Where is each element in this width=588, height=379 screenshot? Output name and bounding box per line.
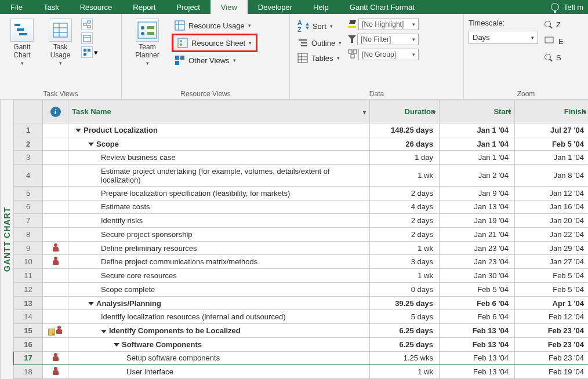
tab-file[interactable]: File [0, 0, 33, 14]
finish-cell[interactable]: Feb 23 '04 [515, 324, 589, 338]
table-row[interactable]: 13Analysis/Planning39.25 daysFeb 6 '04Ap… [14, 296, 589, 310]
start-cell[interactable]: Jan 1 '04 [440, 151, 515, 165]
filter-select[interactable]: [No Filter]▾ [357, 34, 419, 45]
duration-cell[interactable]: 39.25 days [370, 296, 440, 310]
row-number[interactable]: 5 [14, 186, 43, 200]
tab-report[interactable]: Report [122, 0, 166, 14]
tab-developer[interactable]: Developer [248, 0, 303, 14]
finish-cell[interactable]: Feb 19 '04 [515, 365, 589, 379]
duration-cell[interactable]: 1 wk [370, 365, 440, 379]
tab-task[interactable]: Task [33, 0, 70, 14]
network-diagram-button[interactable] [81, 19, 93, 30]
duration-cell[interactable]: 26 days [370, 137, 440, 151]
row-number[interactable]: 18 [14, 365, 43, 379]
chevron-down-icon[interactable]: ▾ [508, 108, 511, 115]
duration-cell[interactable]: 5 days [370, 310, 440, 324]
chevron-down-icon[interactable]: ▾ [363, 108, 366, 115]
table-row[interactable]: 8Secure project sponsorship2 daysJan 21 … [14, 228, 589, 242]
chevron-down-icon[interactable]: ▾ [583, 108, 586, 115]
finish-cell[interactable]: Jan 20 '04 [515, 214, 589, 228]
row-number[interactable]: 14 [14, 310, 43, 324]
duration-cell[interactable]: 1 wk [370, 269, 440, 283]
task-name-cell[interactable]: Software Components [68, 337, 370, 351]
task-name-cell[interactable]: Setup software components [68, 351, 370, 365]
duration-cell[interactable]: 2 days [370, 228, 440, 242]
start-cell[interactable]: Feb 6 '04 [440, 296, 515, 310]
tab-resource[interactable]: Resource [70, 0, 123, 14]
tab-help[interactable]: Help [303, 0, 339, 14]
duration-cell[interactable]: 1.25 wks [370, 351, 440, 365]
task-name-cell[interactable]: Secure project sponsorship [68, 228, 370, 242]
row-number[interactable]: 10 [14, 255, 43, 269]
start-cell[interactable]: Jan 1 '04 [440, 123, 515, 137]
start-cell[interactable]: Feb 13 '04 [440, 324, 515, 338]
finish-cell[interactable]: Feb 23 '04 [515, 351, 589, 365]
finish-cell[interactable]: Feb 23 '04 [515, 337, 589, 351]
row-number[interactable]: 6 [14, 200, 43, 214]
table-row[interactable]: 7Identify risks2 daysJan 19 '04Jan 20 '0… [14, 214, 589, 228]
row-number[interactable]: 3 [14, 151, 43, 165]
row-number[interactable]: 2 [14, 137, 43, 151]
start-cell[interactable]: Jan 9 '04 [440, 186, 515, 200]
task-name-cell[interactable]: Prepare localization specification (feas… [68, 186, 370, 200]
start-cell[interactable]: Jan 30 '04 [440, 269, 515, 283]
start-cell[interactable]: Feb 5 '04 [440, 282, 515, 296]
tab-gantt-chart-format[interactable]: Gantt Chart Format [339, 0, 425, 14]
task-usage-button[interactable]: Task Usage ▾ [43, 17, 78, 89]
finish-cell[interactable]: Jan 8 '04 [515, 165, 589, 187]
duration-cell[interactable]: 3 days [370, 255, 440, 269]
finish-cell[interactable]: Feb 5 '04 [515, 282, 589, 296]
duration-cell[interactable]: 148.25 days [370, 123, 440, 137]
table-row[interactable]: 4Estimate project undertaking (for examp… [14, 165, 589, 187]
duration-cell[interactable]: 1 wk [370, 165, 440, 187]
table-row[interactable]: 18User interface1 wkFeb 13 '04Feb 19 '04 [14, 365, 589, 379]
chevron-down-icon[interactable]: ▾ [433, 108, 435, 115]
table-row[interactable]: 5Prepare localization specification (fea… [14, 186, 589, 200]
duration-header[interactable]: Duration▾ [370, 100, 440, 123]
start-cell[interactable]: Jan 1 '04 [440, 137, 515, 151]
collapse-icon[interactable] [101, 330, 107, 333]
gantt-chart-button[interactable]: Gantt Chart ▾ [5, 17, 39, 89]
start-cell[interactable]: Jan 19 '04 [440, 214, 515, 228]
row-number[interactable]: 17 [14, 351, 43, 365]
row-number[interactable]: 9 [14, 241, 43, 255]
other-views-button[interactable]: Other Views▾ [172, 53, 257, 67]
resource-usage-button[interactable]: Resource Usage▾ [172, 19, 257, 32]
row-number[interactable]: 7 [14, 214, 43, 228]
row-number[interactable]: 12 [14, 282, 43, 296]
table-row[interactable]: 11Secure core resources1 wkJan 30 '04Feb… [14, 269, 589, 283]
tab-project[interactable]: Project [166, 0, 210, 14]
table-row[interactable]: 16Software Components6.25 daysFeb 13 '04… [14, 337, 589, 351]
table-row[interactable]: 9Define preliminary resources1 wkJan 23 … [14, 241, 589, 255]
collapse-icon[interactable] [114, 343, 119, 347]
sort-button[interactable]: AZSort▾ [295, 17, 344, 35]
task-name-cell[interactable]: Product Localization [68, 123, 370, 137]
task-name-cell[interactable]: Secure core resources [68, 269, 370, 283]
team-planner-button[interactable]: Team Planner ▾ [126, 17, 168, 89]
task-name-cell[interactable]: Scope [68, 137, 370, 151]
collapse-icon[interactable] [88, 143, 94, 146]
collapse-icon[interactable] [88, 302, 94, 305]
table-row[interactable]: 15Identify Components to be Localized6.2… [14, 324, 589, 338]
row-number[interactable]: 13 [14, 296, 43, 310]
duration-cell[interactable]: 6.25 days [370, 337, 440, 351]
group-select[interactable]: [No Group]▾ [358, 49, 419, 60]
task-name-header[interactable]: Task Name▾ [68, 100, 370, 123]
collapse-icon[interactable] [75, 129, 81, 132]
view-bar[interactable]: GANTT CHART [0, 100, 13, 379]
duration-cell[interactable]: 2 days [370, 214, 440, 228]
outline-button[interactable]: Outline▾ [295, 36, 344, 50]
table-row[interactable]: 2Scope26 daysJan 1 '04Feb 5 '04 [14, 137, 589, 151]
finish-cell[interactable]: Apr 1 '04 [515, 296, 589, 310]
finish-cell[interactable]: Jan 29 '04 [515, 241, 589, 255]
task-name-cell[interactable]: Identify Components to be Localized [68, 324, 370, 338]
tell-me[interactable]: Tell m [546, 3, 588, 12]
duration-cell[interactable]: 0 days [370, 282, 440, 296]
table-row[interactable]: 10Define project communications matrix/m… [14, 255, 589, 269]
chevron-down-icon[interactable]: ▾ [94, 48, 98, 57]
duration-cell[interactable]: 4 days [370, 200, 440, 214]
table-row[interactable]: 1Product Localization148.25 daysJan 1 '0… [14, 123, 589, 137]
table-row[interactable]: 3Review business case1 dayJan 1 '04Jan 1… [14, 151, 589, 165]
task-name-cell[interactable]: Review business case [68, 151, 370, 165]
task-name-cell[interactable]: Analysis/Planning [68, 296, 370, 310]
